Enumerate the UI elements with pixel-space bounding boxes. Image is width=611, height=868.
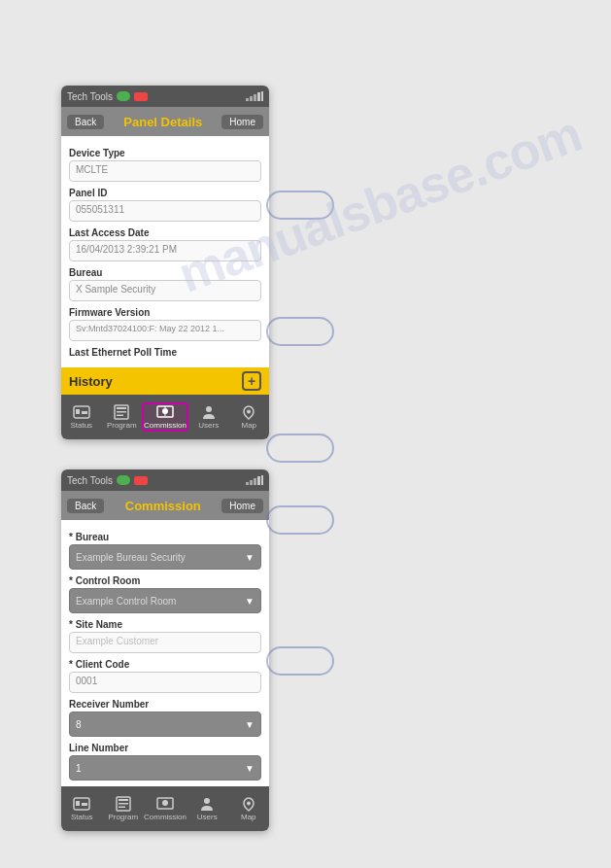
svg-rect-18 — [246, 482, 249, 485]
bureau-dropdown-arrow: ▼ — [245, 552, 255, 563]
receiver-number-arrow: ▼ — [245, 719, 255, 730]
panel-details-content: Device Type MCLTE Panel ID 055051311 Las… — [61, 136, 269, 367]
commission-screen: Tech Tools Back Commission Home * Bureau… — [61, 469, 269, 831]
control-room-dropdown[interactable]: Example Control Room ▼ — [69, 588, 261, 613]
receiver-number-value: 8 — [76, 719, 82, 730]
bureau-dropdown-value: Example Bureau Security — [76, 552, 186, 563]
bureau-dropdown[interactable]: Example Bureau Security ▼ — [69, 544, 261, 570]
back-button[interactable]: Back — [67, 115, 104, 129]
app-title-bar: Tech Tools — [67, 91, 148, 102]
add-history-button[interactable]: + — [242, 371, 261, 391]
signal-icon-2 — [246, 471, 263, 489]
screen-title: Panel Details — [123, 115, 202, 129]
client-code-label: * Client Code — [69, 659, 261, 670]
last-access-date-input[interactable]: 16/04/2013 2:39:21 PM — [69, 240, 261, 261]
cloud-icon — [117, 91, 130, 101]
receiver-number-label: Receiver Number — [69, 699, 261, 710]
svg-rect-25 — [82, 803, 87, 806]
back-button-2[interactable]: Back — [67, 499, 104, 513]
tab-bar: Status Program Commission — [61, 395, 269, 439]
tab-users[interactable]: Users — [188, 404, 229, 430]
site-name-label: * Site Name — [69, 619, 261, 630]
app-title-bar-2: Tech Tools — [67, 475, 148, 486]
panel-id-input[interactable]: 055051311 — [69, 200, 261, 222]
line-number-value: 1 — [76, 763, 82, 774]
tab-users-label: Users — [198, 421, 219, 430]
oval-annotation-5 — [266, 646, 334, 676]
svg-rect-29 — [119, 807, 125, 809]
site-name-input[interactable]: Example Customer — [69, 632, 261, 653]
app-name-label-2: Tech Tools — [67, 475, 113, 486]
svg-rect-27 — [119, 799, 128, 801]
tab-map-2[interactable]: Map — [228, 796, 269, 821]
signal-icon — [246, 87, 263, 105]
svg-point-13 — [162, 408, 168, 414]
tab-bar-2: Status Program Commission Users — [61, 786, 269, 831]
history-bar: History + — [61, 367, 269, 395]
svg-rect-24 — [76, 801, 80, 806]
top-bar-2: Tech Tools — [61, 469, 269, 491]
tab-status[interactable]: Status — [61, 404, 102, 430]
home-button-2[interactable]: Home — [221, 499, 263, 513]
battery-icon — [134, 92, 148, 101]
top-bar: Tech Tools — [61, 86, 269, 107]
oval-annotation-2 — [266, 317, 334, 346]
tab-commission-label: Commission — [144, 421, 187, 430]
commission-content: * Bureau Example Bureau Security ▼ * Con… — [61, 520, 269, 786]
control-room-dropdown-arrow: ▼ — [245, 596, 255, 607]
tab-program-label-2: Program — [108, 813, 138, 821]
cloud-icon-2 — [117, 475, 130, 485]
panel-details-screen: Tech Tools Back Panel Details Home Devic… — [61, 86, 269, 439]
tab-commission[interactable]: Commission — [142, 402, 188, 432]
app-name-label: Tech Tools — [67, 91, 113, 102]
svg-rect-7 — [82, 411, 87, 414]
tab-map-label: Map — [241, 421, 256, 430]
line-number-label: Line Number — [69, 743, 261, 753]
tab-users-2[interactable]: Users — [187, 796, 228, 821]
control-room-dropdown-value: Example Control Room — [76, 596, 176, 607]
svg-rect-3 — [257, 92, 260, 101]
firmware-version-label: Firmware Version — [69, 307, 261, 318]
svg-rect-10 — [117, 411, 126, 413]
svg-rect-19 — [250, 480, 253, 485]
bureau-required-label: * Bureau — [69, 532, 261, 542]
navigation-bar-2: Back Commission Home — [61, 491, 269, 520]
navigation-bar: Back Panel Details Home — [61, 107, 269, 136]
history-title: History — [69, 374, 113, 389]
tab-commission-2[interactable]: Commission — [144, 796, 187, 821]
line-number-dropdown[interactable]: 1 ▼ — [69, 755, 261, 781]
svg-rect-2 — [254, 94, 256, 101]
panel-id-label: Panel ID — [69, 188, 261, 198]
bureau-label: Bureau — [69, 267, 261, 278]
svg-rect-9 — [117, 407, 126, 409]
tab-status-label-2: Status — [71, 813, 93, 821]
svg-rect-6 — [76, 409, 80, 414]
bureau-input[interactable]: X Sample Security — [69, 280, 261, 301]
svg-rect-1 — [250, 96, 253, 101]
svg-point-16 — [206, 406, 212, 412]
firmware-version-input[interactable]: Sv:Mntd37024100:F: May 22 2012 1... — [69, 320, 261, 341]
tab-program-label: Program — [107, 421, 137, 430]
oval-annotation-4 — [266, 505, 334, 535]
receiver-number-dropdown[interactable]: 8 ▼ — [69, 712, 261, 737]
tab-status-2[interactable]: Status — [61, 796, 103, 821]
tab-map-label-2: Map — [241, 813, 256, 821]
tab-status-label: Status — [70, 421, 92, 430]
device-type-input[interactable]: MCLTE — [69, 160, 261, 182]
tab-users-label-2: Users — [197, 813, 218, 821]
commission-screen-title: Commission — [125, 499, 201, 513]
svg-point-32 — [204, 798, 210, 804]
tab-map[interactable]: Map — [229, 404, 269, 430]
line-number-arrow: ▼ — [245, 763, 255, 774]
home-button[interactable]: Home — [221, 115, 263, 129]
tab-program-2[interactable]: Program — [103, 796, 145, 821]
last-access-date-label: Last Access Date — [69, 227, 261, 238]
tab-program[interactable]: Program — [102, 404, 143, 430]
oval-annotation-3 — [266, 434, 334, 463]
client-code-input[interactable]: 0001 — [69, 672, 261, 693]
svg-rect-22 — [261, 475, 263, 485]
svg-rect-4 — [261, 91, 263, 101]
last-ethernet-label: Last Ethernet Poll Time — [69, 347, 261, 362]
battery-icon-2 — [134, 476, 148, 485]
control-room-label: * Control Room — [69, 575, 261, 586]
